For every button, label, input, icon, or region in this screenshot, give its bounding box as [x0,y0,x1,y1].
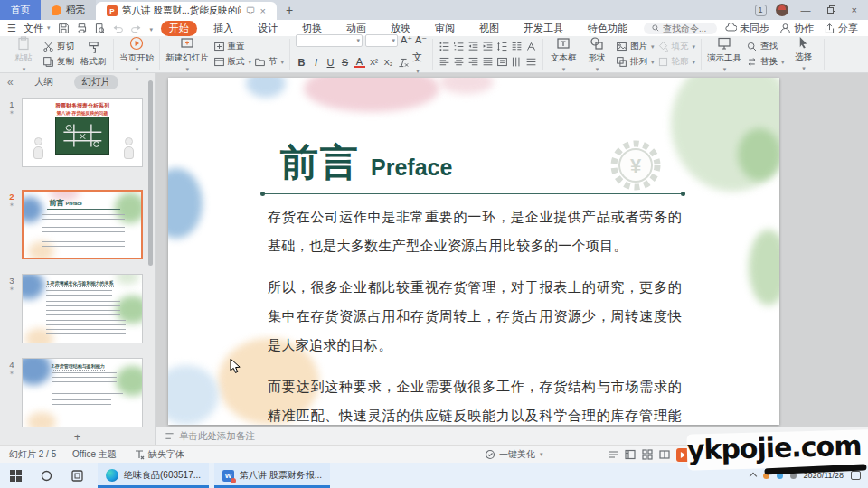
hamburger-icon[interactable]: ☰ [7,23,15,34]
start-button[interactable] [0,463,31,488]
slide-thumbnail-3[interactable]: 3 ✶ 1.存货增减变化与盈利能力的关系 [2,274,151,343]
reading-view-icon[interactable] [659,449,670,460]
restore-button[interactable] [824,0,839,20]
window-count-badge[interactable]: 1 [755,5,767,16]
picture-button[interactable]: 图片 [616,41,655,52]
slide-thumbnail-2[interactable]: 2 ✶ 前言 Preface [2,190,151,259]
slide-4-thumb[interactable]: 2.存货管理结构与盈利能力 [22,358,143,427]
line-spacing-icon[interactable] [496,41,508,52]
collaborate-button[interactable]: 协作 [779,22,814,35]
sync-status[interactable]: 未同步 [725,22,769,35]
numbered-list-icon[interactable] [453,41,465,52]
superscript-button[interactable]: X² [368,58,380,67]
section-button[interactable]: 节 [254,56,284,68]
tab-home[interactable]: 首页 [0,0,41,20]
arrange-button[interactable]: 排列 [616,56,655,68]
tab-docer[interactable]: 稻壳 [41,0,96,20]
decrease-font-icon[interactable]: A⁻ [415,34,427,46]
slide-title[interactable]: 前言 Preface [280,137,452,188]
slide-2-thumb[interactable]: 前言 Preface [22,190,143,259]
justify-icon[interactable] [482,56,494,68]
format-painter-button[interactable]: 格式刷 [79,41,108,68]
distribute-icon[interactable] [496,56,508,68]
print-preview-icon[interactable] [94,23,106,34]
save-icon[interactable] [58,23,70,34]
clear-format-icon[interactable] [397,57,409,69]
menu-tab-special[interactable]: 特色功能 [580,21,636,36]
file-menu[interactable]: 文件 [24,22,51,35]
menu-tab-design[interactable]: 设计 [250,21,286,36]
align-center-icon[interactable] [453,56,465,68]
beautify-button[interactable]: 一键美化 [485,446,543,464]
strikethrough-button[interactable]: S [339,57,351,68]
command-search[interactable] [644,23,717,34]
menu-tab-devtools[interactable]: 开发工具 [515,21,571,36]
find-button[interactable]: 查找 [746,41,785,52]
taskbar-app-wps[interactable]: W 第八讲 股票财务报... [214,463,330,488]
shapes-button[interactable]: 形状 [582,36,611,73]
notes-view-icon[interactable] [608,449,618,460]
taskbar-search-button[interactable] [31,463,61,488]
text-box-button[interactable]: 文本框 [549,36,578,73]
cut-button[interactable]: 剪切 [42,41,74,52]
slide-body-text[interactable]: 存货在公司运作中是非常重要的一环，是企业提供产品或者劳务的基础，也是大多数生产型… [268,202,682,425]
share-button[interactable]: 分享 [824,22,858,35]
copy-button[interactable]: 复制 [42,56,74,68]
text-direction-icon[interactable] [525,41,537,52]
bullet-list-icon[interactable] [439,41,450,52]
increase-indent-icon[interactable] [482,41,494,52]
underline-button[interactable]: U [325,57,336,68]
slide-1-thumb[interactable]: 股票财务报表分析系列 第八讲 存货能反映的问题 [22,98,143,167]
present-tools-button[interactable]: 演示工具 [707,36,741,73]
layout-button[interactable]: 版式 [213,56,252,68]
minimize-button[interactable]: — [797,0,815,20]
collapse-panel-icon[interactable]: « [7,76,14,89]
menu-tab-insert[interactable]: 插入 [205,21,241,36]
text-tool-button[interactable]: 文 [411,51,423,75]
panel-scrollbar[interactable] [148,80,153,266]
font-size-select[interactable] [365,34,398,47]
increase-font-icon[interactable]: A⁺ [401,34,412,46]
slide-thumbnail-1[interactable]: 1 ✶ 股票财务报表分析系列 第八讲 存货能反映的问题 [2,98,151,167]
taskbar-app-edge[interactable]: 绝味食品(603517... [98,463,209,488]
fill-button[interactable]: 填充 [657,41,696,52]
menu-tab-home[interactable]: 开始 [161,21,197,36]
play-from-current-button[interactable]: 当页开始 [119,36,154,73]
slide-thumbnail-4[interactable]: 4 ✶ 2.存货管理结构与盈利能力 [2,358,151,427]
columns-icon[interactable] [511,41,523,52]
tab-outline[interactable]: 大纲 [26,75,61,89]
slide-canvas[interactable]: 前言 Preface ¥ 存货在公司运作中是非常重要的一环，是企业提供产品或者劳… [168,78,779,425]
paste-button[interactable]: 粘贴 [9,36,38,73]
new-slide-button[interactable]: 新建幻灯片 [165,36,209,73]
theme-name[interactable]: Office 主题 [72,446,117,464]
slide-editor-area[interactable]: 前言 Preface ¥ 存货在公司运作中是非常重要的一环，是企业提供产品或者劳… [156,73,868,427]
italic-button[interactable]: I [310,57,322,68]
align-right-icon[interactable] [467,56,479,68]
new-tab-button[interactable]: + [277,0,302,20]
command-search-input[interactable] [663,23,710,33]
add-slide-button[interactable]: + [0,429,155,445]
replace-button[interactable]: 替换 [746,56,785,68]
slide-sorter-icon[interactable] [642,449,653,460]
decrease-indent-icon[interactable] [467,41,479,52]
redo-icon[interactable] [130,23,142,34]
menu-tab-view[interactable]: 视图 [471,21,507,36]
horn-icon[interactable]: 🗩 [246,5,256,16]
bold-button[interactable]: B [296,57,307,68]
slide-3-thumb[interactable]: 1.存货增减变化与盈利能力的关系 [22,274,143,343]
subscript-button[interactable]: X₂ [382,58,394,67]
tab-slides[interactable]: 幻灯片 [74,75,119,89]
vertical-text-icon[interactable] [511,56,523,68]
outline-button[interactable]: 轮廓 [657,56,696,68]
text-align-more-icon[interactable] [525,56,537,68]
normal-view-icon[interactable] [625,449,636,460]
tab-close-icon[interactable]: × [260,5,266,16]
task-view-button[interactable] [61,463,92,488]
user-avatar[interactable] [776,4,788,16]
reset-button[interactable]: 重置 [213,41,285,52]
missing-font-warning[interactable]: 缺失字体 [134,446,184,464]
undo-icon[interactable] [112,23,124,34]
menu-tab-review[interactable]: 审阅 [427,21,463,36]
print-icon[interactable] [76,23,88,34]
close-button[interactable]: × [848,0,861,20]
